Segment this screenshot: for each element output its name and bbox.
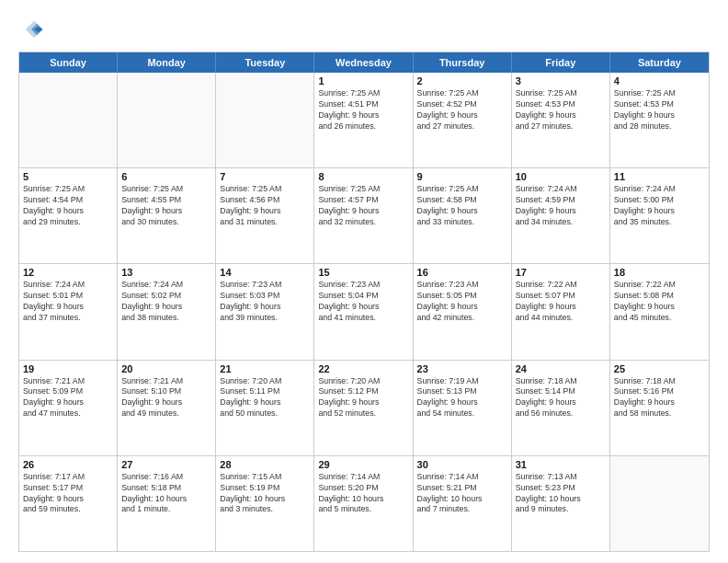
- calendar-cell: 25Sunrise: 7:18 AM Sunset: 5:16 PM Dayli…: [610, 361, 709, 455]
- day-number: 2: [417, 75, 507, 86]
- calendar-header-cell: Saturday: [610, 52, 709, 73]
- day-number: 7: [220, 171, 310, 182]
- calendar-cell: 5Sunrise: 7:25 AM Sunset: 4:54 PM Daylig…: [19, 168, 118, 263]
- cell-info: Sunrise: 7:20 AM Sunset: 5:12 PM Dayligh…: [318, 376, 408, 420]
- calendar-cell: 24Sunrise: 7:18 AM Sunset: 5:14 PM Dayli…: [512, 361, 610, 455]
- day-number: 23: [417, 363, 507, 374]
- calendar-row: 5Sunrise: 7:25 AM Sunset: 4:54 PM Daylig…: [19, 168, 709, 264]
- cell-info: Sunrise: 7:25 AM Sunset: 4:53 PM Dayligh…: [516, 88, 606, 132]
- calendar-cell: 9Sunrise: 7:25 AM Sunset: 4:58 PM Daylig…: [414, 168, 512, 263]
- calendar-cell: 19Sunrise: 7:21 AM Sunset: 5:09 PM Dayli…: [19, 361, 118, 455]
- cell-info: Sunrise: 7:25 AM Sunset: 4:54 PM Dayligh…: [23, 184, 113, 228]
- calendar-header-cell: Friday: [512, 52, 610, 73]
- cell-info: Sunrise: 7:25 AM Sunset: 4:53 PM Dayligh…: [614, 88, 705, 132]
- day-number: 16: [417, 267, 507, 278]
- day-number: 26: [23, 459, 113, 470]
- cell-info: Sunrise: 7:22 AM Sunset: 5:07 PM Dayligh…: [516, 280, 606, 324]
- cell-info: Sunrise: 7:21 AM Sunset: 5:10 PM Dayligh…: [121, 376, 211, 420]
- calendar-cell: 15Sunrise: 7:23 AM Sunset: 5:04 PM Dayli…: [314, 264, 413, 359]
- header: [18, 17, 710, 42]
- cell-info: Sunrise: 7:25 AM Sunset: 4:57 PM Dayligh…: [318, 184, 408, 228]
- calendar-cell: 23Sunrise: 7:19 AM Sunset: 5:13 PM Dayli…: [414, 361, 512, 455]
- calendar-cell: 14Sunrise: 7:23 AM Sunset: 5:03 PM Dayli…: [216, 264, 314, 359]
- calendar-cell: 28Sunrise: 7:15 AM Sunset: 5:19 PM Dayli…: [216, 456, 314, 551]
- logo: [18, 17, 48, 42]
- cell-info: Sunrise: 7:24 AM Sunset: 5:00 PM Dayligh…: [614, 184, 705, 228]
- calendar-header-cell: Wednesday: [314, 52, 413, 73]
- cell-info: Sunrise: 7:19 AM Sunset: 5:13 PM Dayligh…: [417, 376, 507, 420]
- calendar-cell: 17Sunrise: 7:22 AM Sunset: 5:07 PM Dayli…: [512, 264, 610, 359]
- calendar-cell: [610, 456, 709, 551]
- day-number: 27: [121, 459, 211, 470]
- cell-info: Sunrise: 7:17 AM Sunset: 5:17 PM Dayligh…: [23, 472, 113, 516]
- calendar-cell: 2Sunrise: 7:25 AM Sunset: 4:52 PM Daylig…: [414, 73, 512, 167]
- day-number: 28: [220, 459, 310, 470]
- calendar-cell: 4Sunrise: 7:25 AM Sunset: 4:53 PM Daylig…: [610, 73, 709, 167]
- day-number: 14: [220, 267, 310, 278]
- calendar-row: 1Sunrise: 7:25 AM Sunset: 4:51 PM Daylig…: [19, 73, 709, 168]
- day-number: 24: [516, 363, 606, 374]
- logo-icon: [18, 17, 44, 42]
- day-number: 10: [516, 171, 606, 182]
- cell-info: Sunrise: 7:16 AM Sunset: 5:18 PM Dayligh…: [121, 472, 211, 516]
- day-number: 15: [318, 267, 408, 278]
- cell-info: Sunrise: 7:20 AM Sunset: 5:11 PM Dayligh…: [220, 376, 310, 420]
- cell-info: Sunrise: 7:18 AM Sunset: 5:16 PM Dayligh…: [614, 376, 705, 420]
- calendar-cell: [216, 73, 314, 167]
- cell-info: Sunrise: 7:13 AM Sunset: 5:23 PM Dayligh…: [516, 472, 606, 516]
- calendar-cell: 7Sunrise: 7:25 AM Sunset: 4:56 PM Daylig…: [216, 168, 314, 263]
- cell-info: Sunrise: 7:18 AM Sunset: 5:14 PM Dayligh…: [516, 376, 606, 420]
- calendar-cell: 22Sunrise: 7:20 AM Sunset: 5:12 PM Dayli…: [314, 361, 413, 455]
- day-number: 31: [516, 459, 606, 470]
- calendar: SundayMondayTuesdayWednesdayThursdayFrid…: [18, 52, 710, 552]
- day-number: 11: [614, 171, 705, 182]
- calendar-header-cell: Monday: [118, 52, 216, 73]
- calendar-cell: 30Sunrise: 7:14 AM Sunset: 5:21 PM Dayli…: [414, 456, 512, 551]
- cell-info: Sunrise: 7:23 AM Sunset: 5:03 PM Dayligh…: [220, 280, 310, 324]
- calendar-body: 1Sunrise: 7:25 AM Sunset: 4:51 PM Daylig…: [19, 73, 709, 551]
- calendar-cell: 27Sunrise: 7:16 AM Sunset: 5:18 PM Dayli…: [118, 456, 216, 551]
- calendar-cell: 21Sunrise: 7:20 AM Sunset: 5:11 PM Dayli…: [216, 361, 314, 455]
- cell-info: Sunrise: 7:25 AM Sunset: 4:58 PM Dayligh…: [417, 184, 507, 228]
- calendar-cell: 11Sunrise: 7:24 AM Sunset: 5:00 PM Dayli…: [610, 168, 709, 263]
- cell-info: Sunrise: 7:25 AM Sunset: 4:51 PM Dayligh…: [318, 88, 408, 132]
- cell-info: Sunrise: 7:14 AM Sunset: 5:20 PM Dayligh…: [318, 472, 408, 516]
- day-number: 6: [121, 171, 211, 182]
- day-number: 29: [318, 459, 408, 470]
- cell-info: Sunrise: 7:24 AM Sunset: 5:02 PM Dayligh…: [121, 280, 211, 324]
- calendar-cell: [19, 73, 118, 167]
- calendar-cell: 16Sunrise: 7:23 AM Sunset: 5:05 PM Dayli…: [414, 264, 512, 359]
- day-number: 25: [614, 363, 705, 374]
- calendar-row: 12Sunrise: 7:24 AM Sunset: 5:01 PM Dayli…: [19, 264, 709, 360]
- cell-info: Sunrise: 7:21 AM Sunset: 5:09 PM Dayligh…: [23, 376, 113, 420]
- calendar-cell: 12Sunrise: 7:24 AM Sunset: 5:01 PM Dayli…: [19, 264, 118, 359]
- calendar-cell: 8Sunrise: 7:25 AM Sunset: 4:57 PM Daylig…: [314, 168, 413, 263]
- calendar-header-cell: Thursday: [414, 52, 512, 73]
- page: SundayMondayTuesdayWednesdayThursdayFrid…: [0, 0, 728, 563]
- day-number: 8: [318, 171, 408, 182]
- calendar-row: 26Sunrise: 7:17 AM Sunset: 5:17 PM Dayli…: [19, 456, 709, 551]
- day-number: 12: [23, 267, 113, 278]
- calendar-cell: 18Sunrise: 7:22 AM Sunset: 5:08 PM Dayli…: [610, 264, 709, 359]
- cell-info: Sunrise: 7:23 AM Sunset: 5:05 PM Dayligh…: [417, 280, 507, 324]
- calendar-header-cell: Sunday: [19, 52, 118, 73]
- day-number: 13: [121, 267, 211, 278]
- calendar-cell: 6Sunrise: 7:25 AM Sunset: 4:55 PM Daylig…: [118, 168, 216, 263]
- cell-info: Sunrise: 7:25 AM Sunset: 4:55 PM Dayligh…: [121, 184, 211, 228]
- calendar-cell: [118, 73, 216, 167]
- day-number: 4: [614, 75, 705, 86]
- calendar-cell: 3Sunrise: 7:25 AM Sunset: 4:53 PM Daylig…: [512, 73, 610, 167]
- cell-info: Sunrise: 7:24 AM Sunset: 5:01 PM Dayligh…: [23, 280, 113, 324]
- day-number: 9: [417, 171, 507, 182]
- day-number: 30: [417, 459, 507, 470]
- calendar-header: SundayMondayTuesdayWednesdayThursdayFrid…: [19, 52, 709, 73]
- cell-info: Sunrise: 7:22 AM Sunset: 5:08 PM Dayligh…: [614, 280, 705, 324]
- calendar-cell: 26Sunrise: 7:17 AM Sunset: 5:17 PM Dayli…: [19, 456, 118, 551]
- day-number: 1: [318, 75, 408, 86]
- day-number: 21: [220, 363, 310, 374]
- calendar-cell: 1Sunrise: 7:25 AM Sunset: 4:51 PM Daylig…: [314, 73, 413, 167]
- cell-info: Sunrise: 7:14 AM Sunset: 5:21 PM Dayligh…: [417, 472, 507, 516]
- cell-info: Sunrise: 7:24 AM Sunset: 4:59 PM Dayligh…: [516, 184, 606, 228]
- calendar-header-cell: Tuesday: [216, 52, 314, 73]
- calendar-cell: 29Sunrise: 7:14 AM Sunset: 5:20 PM Dayli…: [314, 456, 413, 551]
